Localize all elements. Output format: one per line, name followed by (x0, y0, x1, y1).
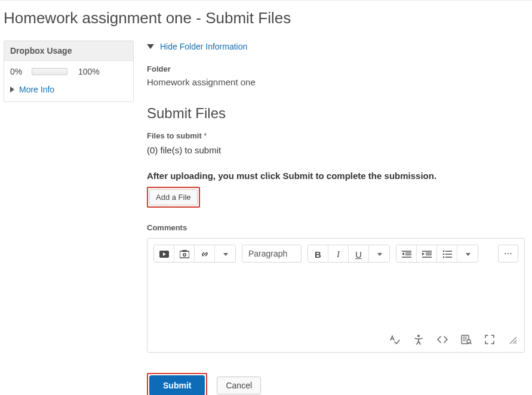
main-content: Hide Folder Information Folder Homework … (147, 41, 528, 395)
dropbox-usage-panel: Dropbox Usage 0% 100% More Info (4, 41, 134, 102)
svg-marker-9 (402, 252, 404, 255)
resize-handle[interactable] (508, 334, 517, 345)
caret-down-icon (223, 253, 228, 256)
usage-current: 0% (10, 67, 27, 76)
paragraph-style-value: Paragraph (248, 249, 287, 258)
italic-button[interactable]: I (328, 245, 349, 263)
spellcheck-button[interactable] (389, 334, 400, 345)
submit-button[interactable]: Submit (149, 375, 205, 395)
indent-increase-button[interactable] (417, 245, 437, 263)
toolbar-overflow-button[interactable]: ⋯ (498, 245, 518, 263)
hide-folder-toggle[interactable]: Hide Folder Information (147, 42, 525, 51)
action-bar: Submit Cancel (147, 373, 525, 395)
rich-text-editor: Paragraph B I U (147, 238, 525, 353)
svg-point-26 (467, 340, 471, 343)
accessibility-check-button[interactable] (413, 334, 424, 345)
files-to-submit-label: Files to submit (147, 131, 525, 140)
svg-point-19 (442, 257, 444, 258)
fullscreen-button[interactable] (485, 334, 494, 345)
caret-down-icon (377, 253, 382, 256)
more-info-toggle[interactable]: More Info (10, 85, 127, 94)
svg-line-27 (470, 342, 471, 344)
folder-field-label: Folder (147, 64, 525, 73)
dropbox-usage-heading: Dropbox Usage (4, 41, 133, 61)
sidebar: Dropbox Usage 0% 100% More Info (4, 41, 134, 395)
indent-decrease-button[interactable] (396, 245, 417, 263)
underline-button[interactable]: U (349, 245, 369, 263)
svg-point-4 (183, 254, 185, 256)
upload-instruction: After uploading, you must click Submit t… (147, 171, 525, 181)
list-button[interactable] (437, 245, 457, 263)
svg-line-30 (515, 342, 516, 344)
svg-point-17 (442, 254, 444, 255)
svg-point-15 (442, 251, 444, 252)
files-to-submit-count: (0) file(s) to submit (147, 145, 525, 155)
usage-max: 100% (78, 67, 100, 76)
add-file-button[interactable]: Add a File (149, 189, 198, 205)
media-more-dropdown[interactable] (215, 245, 235, 263)
comments-label: Comments (147, 223, 525, 232)
insert-image-button[interactable] (174, 245, 195, 263)
caret-down-icon (466, 253, 471, 256)
more-info-label: More Info (19, 85, 54, 94)
formatting-more-dropdown[interactable] (369, 245, 389, 263)
toolbar-media-group (153, 245, 236, 263)
source-code-button[interactable] (437, 334, 448, 345)
hide-folder-label: Hide Folder Information (160, 42, 247, 51)
svg-marker-14 (422, 252, 425, 255)
add-file-highlight: Add a File (147, 187, 200, 208)
svg-rect-2 (180, 251, 189, 258)
usage-bar (32, 68, 67, 75)
page-title: Homework assignment one - Submit Files (4, 9, 528, 27)
chevron-down-icon (147, 44, 154, 49)
list-more-dropdown[interactable] (457, 245, 478, 263)
svg-line-28 (510, 337, 516, 344)
cancel-button[interactable]: Cancel (217, 377, 261, 394)
submit-files-heading: Submit Files (147, 105, 525, 122)
svg-rect-3 (182, 250, 187, 252)
bold-button[interactable]: B (308, 245, 328, 263)
svg-point-21 (417, 335, 420, 337)
usage-row: 0% 100% (10, 67, 127, 76)
toolbar-formatting-group: B I U (307, 245, 390, 263)
paragraph-style-select[interactable]: Paragraph (242, 245, 302, 263)
insert-link-button[interactable] (195, 245, 215, 263)
submit-highlight: Submit (147, 373, 207, 395)
chevron-right-icon (10, 87, 14, 92)
editor-footer (147, 328, 524, 352)
preview-button[interactable] (461, 334, 472, 345)
editor-textarea[interactable] (147, 269, 524, 328)
insert-video-button[interactable] (154, 245, 174, 263)
editor-toolbar: Paragraph B I U (147, 239, 524, 269)
toolbar-list-group (396, 245, 478, 263)
folder-name: Homework assignment one (147, 77, 525, 87)
